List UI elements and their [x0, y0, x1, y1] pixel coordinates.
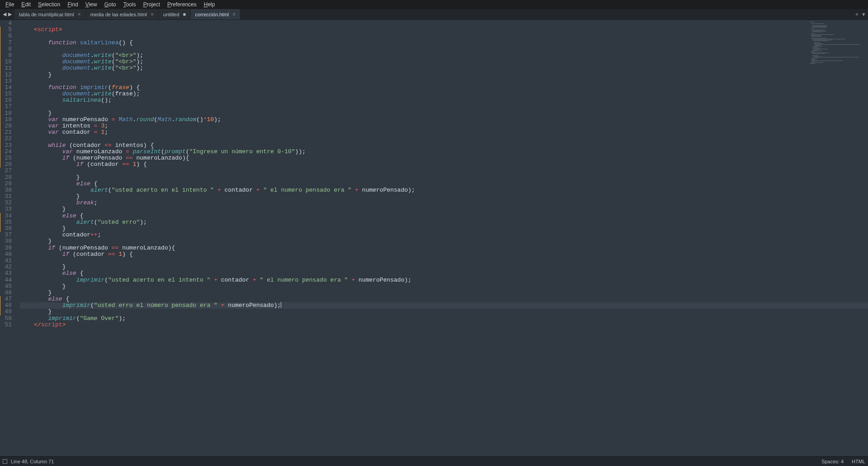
close-icon[interactable]: × [232, 11, 236, 18]
code-area[interactable]: <script> function saltarLinea() { docume… [16, 20, 868, 456]
code-line[interactable]: var intentos = 3; [20, 123, 868, 129]
line-number[interactable]: 24 [0, 149, 12, 155]
line-number[interactable]: 19 [0, 117, 12, 123]
code-line[interactable]: else { [20, 296, 868, 302]
line-number[interactable]: 39 [0, 245, 12, 251]
code-line[interactable]: while (contador <= intentos) { [20, 142, 868, 149]
line-number[interactable]: 47 [0, 296, 12, 302]
code-line[interactable]: } [20, 290, 868, 296]
code-line[interactable]: } [20, 283, 868, 290]
code-line[interactable]: } [20, 193, 868, 200]
code-line[interactable]: imprimir("usted acerto en el intento " +… [20, 277, 868, 283]
line-number[interactable]: 38 [0, 238, 12, 245]
code-line[interactable]: } [20, 226, 868, 232]
code-line[interactable]: var numeroPensado = Math.round(Math.rand… [20, 117, 868, 123]
tab-menu-icon[interactable]: ▾ [862, 11, 865, 18]
tab-3[interactable]: corrección.html× [191, 9, 241, 19]
line-number[interactable]: 15 [0, 91, 12, 97]
menu-file[interactable]: File [2, 0, 18, 9]
menu-help[interactable]: Help [200, 0, 219, 9]
code-line[interactable]: imprimir("usted erro el número pensado e… [20, 302, 868, 309]
code-line[interactable]: } [20, 174, 868, 181]
line-number[interactable]: 48 [0, 302, 12, 309]
nav-forward-icon[interactable]: ▶ [8, 11, 12, 17]
line-number[interactable]: 8 [0, 46, 12, 52]
line-number[interactable]: 5 [0, 27, 12, 33]
code-line[interactable]: function imprimir(frase) { [20, 85, 868, 91]
line-number[interactable]: 30 [0, 187, 12, 193]
code-line[interactable]: function saltarLinea() { [20, 40, 868, 46]
line-number[interactable]: 50 [0, 315, 12, 322]
code-line[interactable]: } [20, 206, 868, 212]
line-number[interactable]: 18 [0, 110, 12, 117]
new-tab-icon[interactable]: + [855, 11, 859, 18]
code-line[interactable]: var contador = 1; [20, 129, 868, 136]
line-number[interactable]: 36 [0, 226, 12, 232]
line-number[interactable]: 28 [0, 174, 12, 181]
code-line[interactable]: } [20, 238, 868, 245]
status-spaces[interactable]: Spaces: 4 [821, 459, 844, 464]
menu-find[interactable]: Find [64, 0, 81, 9]
line-number[interactable]: 43 [0, 270, 12, 277]
code-line[interactable] [20, 46, 868, 52]
menu-project[interactable]: Project [140, 0, 164, 9]
line-number[interactable]: 26 [0, 161, 12, 168]
code-line[interactable]: document.write("<br>"); [20, 52, 868, 59]
close-icon[interactable]: × [151, 11, 154, 18]
line-number[interactable]: 22 [0, 136, 12, 142]
code-line[interactable]: if (numeroPensado == numeroLanzado){ [20, 155, 868, 161]
line-number[interactable]: 23 [0, 142, 12, 149]
code-line[interactable] [20, 20, 868, 27]
code-line[interactable]: var numeroLanzado = parseInt(prompt("Ing… [20, 149, 868, 155]
tab-0[interactable]: tabla de mumtiplicar.html× [14, 9, 86, 19]
code-line[interactable] [20, 258, 868, 264]
line-number[interactable]: 32 [0, 200, 12, 206]
code-line[interactable]: <script> [20, 27, 868, 33]
line-number[interactable]: 17 [0, 104, 12, 110]
line-number[interactable]: 11 [0, 65, 12, 71]
menu-edit[interactable]: Edit [18, 0, 34, 9]
code-line[interactable]: if (contador == 1) { [20, 161, 868, 168]
line-number[interactable]: 4 [0, 20, 12, 27]
line-number[interactable]: 41 [0, 258, 12, 264]
panel-toggle-icon[interactable] [3, 459, 7, 464]
code-line[interactable]: contador++; [20, 232, 868, 238]
code-line[interactable] [20, 33, 868, 39]
line-number[interactable]: 31 [0, 193, 12, 200]
menu-view[interactable]: View [82, 0, 101, 9]
line-number[interactable]: 33 [0, 206, 12, 212]
code-line[interactable]: } [20, 110, 868, 117]
code-line[interactable] [20, 78, 868, 85]
line-number[interactable]: 13 [0, 78, 12, 85]
tab-2[interactable]: untitled [159, 9, 190, 19]
code-line[interactable] [20, 136, 868, 142]
code-line[interactable]: document.write("<br>"); [20, 59, 868, 65]
code-line[interactable]: if (contador == 1) { [20, 251, 868, 258]
status-lang[interactable]: HTML [852, 459, 865, 464]
line-number[interactable]: 7 [0, 40, 12, 46]
menu-goto[interactable]: Goto [101, 0, 120, 9]
status-line-col[interactable]: Line 48, Column 71 [11, 459, 54, 464]
line-number[interactable]: 27 [0, 168, 12, 174]
line-number[interactable]: 40 [0, 251, 12, 258]
code-line[interactable]: } [20, 72, 868, 78]
line-number[interactable]: 25 [0, 155, 12, 161]
line-number[interactable]: 12 [0, 72, 12, 78]
menu-preferences[interactable]: Preferences [164, 0, 200, 9]
line-number[interactable]: 29 [0, 181, 12, 187]
line-number[interactable]: 10 [0, 59, 12, 65]
line-number[interactable]: 42 [0, 264, 12, 270]
nav-back-icon[interactable]: ◀ [3, 11, 6, 17]
code-line[interactable] [20, 104, 868, 110]
code-line[interactable] [20, 168, 868, 174]
line-number[interactable]: 46 [0, 290, 12, 296]
line-number[interactable]: 6 [0, 33, 12, 39]
line-number[interactable]: 16 [0, 97, 12, 104]
line-number[interactable]: 45 [0, 283, 12, 290]
line-number[interactable]: 9 [0, 52, 12, 59]
line-number[interactable]: 44 [0, 277, 12, 283]
code-line[interactable]: imprimir("Game Over"); [20, 315, 868, 322]
line-number[interactable]: 14 [0, 85, 12, 91]
code-line[interactable]: break; [20, 200, 868, 206]
line-number[interactable]: 20 [0, 123, 12, 129]
